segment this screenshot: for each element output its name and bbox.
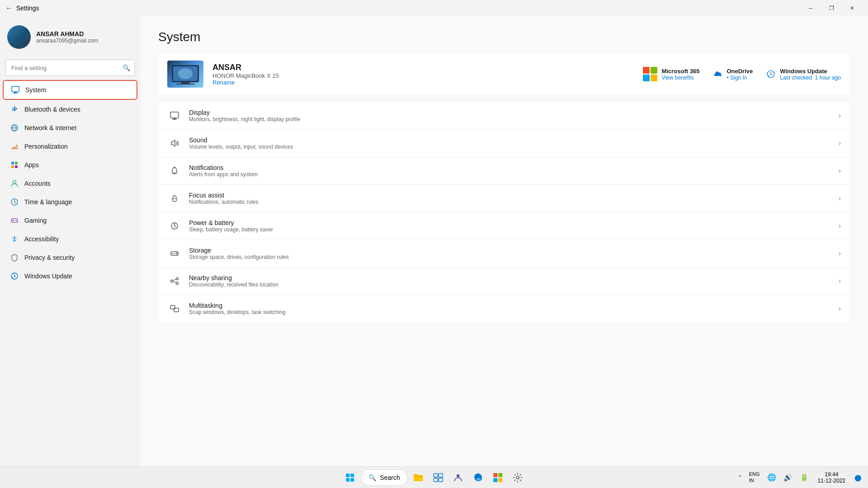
svg-point-47 <box>457 474 460 477</box>
teams-button[interactable] <box>449 469 467 487</box>
action-windows-update[interactable]: Windows Update Last checked: 1 hour ago <box>766 68 841 81</box>
action-windows-update-text: Windows Update Last checked: 1 hour ago <box>780 68 841 81</box>
user-profile[interactable]: ANSAR AHMAD ansaraa7095@gmail.com <box>0 16 140 56</box>
svg-point-10 <box>13 181 16 184</box>
settings-item-sound[interactable]: Sound Volume levels, output, input, soun… <box>158 130 850 157</box>
task-view-button[interactable] <box>429 469 448 487</box>
settings-item-sound-sub: Volume levels, output, input, sound devi… <box>189 144 839 150</box>
svg-point-15 <box>15 220 16 221</box>
microsoft-store-button[interactable] <box>489 469 507 487</box>
search-icon: 🔍 <box>123 64 130 71</box>
search-input[interactable] <box>5 60 135 76</box>
settings-item-focus-assist[interactable]: Focus assist Notifications, automatic ru… <box>158 185 850 212</box>
sidebar-nav: System Bluetooth & devices <box>0 80 140 286</box>
edge-button[interactable] <box>469 469 487 487</box>
svg-point-17 <box>14 236 15 238</box>
sidebar-item-personalization-label: Personalization <box>24 143 68 150</box>
volume-tray-icon[interactable]: 🔊 <box>781 471 795 483</box>
user-email: ansaraa7095@gmail.com <box>36 38 98 44</box>
svg-rect-42 <box>414 474 418 476</box>
action-microsoft365-sub: View benefits <box>662 75 700 81</box>
sidebar-item-bluetooth[interactable]: Bluetooth & devices <box>3 100 137 118</box>
settings-item-notifications-text: Notifications Alerts from apps and syste… <box>189 164 839 178</box>
clock[interactable]: 19:44 11-12-2022 <box>814 470 849 485</box>
sidebar-item-accessibility[interactable]: Accessibility <box>3 230 137 248</box>
settings-item-storage-title: Storage <box>189 247 839 254</box>
settings-item-display-title: Display <box>189 109 839 116</box>
sidebar-item-gaming[interactable]: Gaming <box>3 211 137 230</box>
sidebar-item-privacy[interactable]: Privacy & security <box>3 249 137 267</box>
settings-item-notifications[interactable]: Notifications Alerts from apps and syste… <box>158 157 850 185</box>
device-info: ANSAR HONOR MagicBook X 15 Rename <box>212 63 634 86</box>
settings-item-nearby-sharing[interactable]: Nearby sharing Discoverability, received… <box>158 267 850 295</box>
sidebar-item-accounts[interactable]: Accounts <box>3 174 137 192</box>
device-name: ANSAR <box>212 63 634 72</box>
sidebar-item-windows-update[interactable]: Windows Update <box>3 267 137 285</box>
accounts-icon <box>10 179 19 188</box>
sidebar-item-apps[interactable]: Apps <box>3 156 137 174</box>
device-rename[interactable]: Rename <box>212 79 634 86</box>
taskbar-search[interactable]: 🔍 Search <box>361 469 407 486</box>
sidebar-item-system[interactable]: System <box>3 80 137 100</box>
svg-rect-23 <box>176 84 194 84</box>
sidebar-item-accessibility-label: Accessibility <box>24 235 59 243</box>
settings-item-notifications-title: Notifications <box>189 164 839 171</box>
microsoft365-icon <box>643 67 657 81</box>
chevron-up-icon[interactable]: ⌃ <box>735 473 745 482</box>
sidebar-item-bluetooth-label: Bluetooth & devices <box>24 106 80 113</box>
battery-tray-icon[interactable]: 🔋 <box>797 471 811 483</box>
settings-item-nearby-sharing-sub: Discoverability, received files location <box>189 282 839 288</box>
file-explorer-button[interactable] <box>410 469 428 487</box>
svg-rect-49 <box>499 473 503 477</box>
close-button[interactable]: ✕ <box>842 0 863 16</box>
windows-logo-icon <box>346 474 354 482</box>
settings-item-power-battery-sub: Sleep, battery usage, battery saver <box>189 226 839 233</box>
clock-date: 11-12-2022 <box>818 478 845 484</box>
time-icon <box>10 197 19 206</box>
settings-item-focus-assist-text: Focus assist Notifications, automatic ru… <box>189 192 839 205</box>
notification-dot-icon[interactable]: ⬤ <box>852 472 864 483</box>
action-microsoft365[interactable]: Microsoft 365 View benefits <box>643 67 700 81</box>
sidebar-search-bar: 🔍 <box>5 60 135 76</box>
settings-item-sound-title: Sound <box>189 136 839 144</box>
settings-item-focus-assist-title: Focus assist <box>189 192 839 199</box>
sidebar-item-network[interactable]: Network & internet <box>3 119 137 137</box>
main-content: System ANSAR HONOR MagicBook X 15 Rename <box>140 16 868 466</box>
start-button[interactable] <box>341 469 359 487</box>
sidebar-item-privacy-label: Privacy & security <box>24 254 75 261</box>
svg-rect-25 <box>170 112 179 118</box>
svg-rect-43 <box>434 474 438 477</box>
title-bar-title: Settings <box>16 5 39 12</box>
sidebar-item-personalization[interactable]: Personalization <box>3 137 137 155</box>
title-bar-controls: ─ ❐ ✕ <box>800 0 863 16</box>
settings-taskbar-button[interactable] <box>509 469 527 487</box>
settings-item-storage[interactable]: Storage Storage space, drives, configura… <box>158 240 850 267</box>
settings-item-power-battery[interactable]: Power & battery Sleep, battery usage, ba… <box>158 212 850 240</box>
back-icon[interactable]: ← <box>5 4 13 12</box>
language-indicator[interactable]: ENGIN <box>746 469 763 485</box>
chevron-right-icon: › <box>839 139 841 147</box>
apps-icon <box>10 160 19 169</box>
action-onedrive[interactable]: OneDrive • Sign In <box>713 68 753 81</box>
chevron-right-icon: › <box>839 112 841 120</box>
settings-item-multitasking-text: Multitasking Snap windows, desktops, tas… <box>189 302 839 315</box>
svg-rect-9 <box>15 165 18 168</box>
network-icon <box>10 123 19 132</box>
settings-item-storage-sub: Storage space, drives, configuration rul… <box>189 254 839 260</box>
svg-rect-51 <box>499 478 503 482</box>
svg-rect-0 <box>12 86 19 92</box>
gaming-icon <box>10 216 19 225</box>
network-tray-icon[interactable]: 🌐 <box>764 471 779 483</box>
minimize-button[interactable]: ─ <box>800 0 821 16</box>
svg-point-36 <box>176 282 179 285</box>
privacy-icon <box>10 253 19 262</box>
settings-item-display[interactable]: Display Monitors, brightness, night ligh… <box>158 102 850 130</box>
settings-item-sound-text: Sound Volume levels, output, input, soun… <box>189 136 839 150</box>
settings-item-focus-assist-sub: Notifications, automatic rules <box>189 199 839 205</box>
chevron-right-icon: › <box>839 194 841 202</box>
settings-item-multitasking[interactable]: Multitasking Snap windows, desktops, tas… <box>158 295 850 322</box>
sidebar-item-time[interactable]: Time & language <box>3 193 137 211</box>
settings-item-power-battery-title: Power & battery <box>189 219 839 226</box>
action-microsoft365-text: Microsoft 365 View benefits <box>662 68 700 81</box>
maximize-button[interactable]: ❐ <box>821 0 842 16</box>
